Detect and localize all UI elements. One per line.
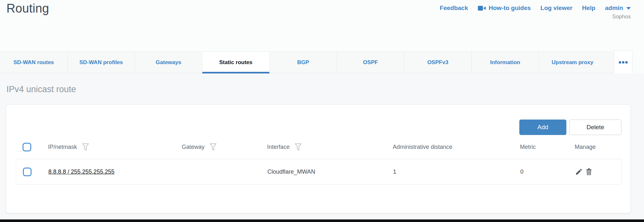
more-horizontal-icon xyxy=(625,61,628,63)
column-header-gateway: Gateway xyxy=(171,143,257,151)
edit-icon[interactable] xyxy=(575,168,583,176)
log-viewer-link[interactable]: Log viewer xyxy=(541,5,572,12)
administrative-distance-value: 1 xyxy=(393,169,396,175)
tab-label: BGP xyxy=(297,59,309,66)
column-label: Manage xyxy=(575,144,596,150)
tab-label: OSPFv3 xyxy=(427,59,448,66)
tab-label: Static routes xyxy=(219,59,253,66)
column-header-ip-netmask: IP/netmask xyxy=(38,143,171,151)
log-viewer-label: Log viewer xyxy=(541,5,572,12)
more-tabs-button[interactable] xyxy=(614,50,632,74)
tab-upstream-proxy[interactable]: Upstream proxy xyxy=(539,52,606,73)
header-nav: Feedback How-to guides Log viewer Help a… xyxy=(440,5,631,12)
row-select-cell xyxy=(16,168,38,176)
column-label: Metric xyxy=(520,144,536,150)
org-name: Sophos xyxy=(612,14,631,20)
ip-netmask-link[interactable]: 8.8.8.8 / 255.255.255.255 xyxy=(48,169,114,175)
tab-bar: SD-WAN routes SD-WAN profiles Gateways S… xyxy=(0,52,632,73)
select-all-checkbox[interactable] xyxy=(23,143,31,151)
tab-ospfv3[interactable]: OSPFv3 xyxy=(404,52,471,73)
help-label: Help xyxy=(582,5,595,12)
column-header-administrative-distance: Administrative distance xyxy=(382,144,510,150)
delete-icon[interactable] xyxy=(585,168,593,176)
row-ip-netmask-cell: 8.8.8.8 / 255.255.255.255 xyxy=(38,169,172,175)
column-label: IP/netmask xyxy=(48,144,77,150)
tab-gateways[interactable]: Gateways xyxy=(135,52,202,73)
filter-icon[interactable] xyxy=(82,143,89,151)
section-title: IPv4 unicast route xyxy=(6,84,76,94)
user-menu[interactable]: admin xyxy=(605,5,631,12)
routes-panel: Add Delete IP/netmask Gateway Interface … xyxy=(6,104,631,213)
tab-sd-wan-profiles[interactable]: SD-WAN profiles xyxy=(67,52,135,73)
panel-toolbar: Add Delete xyxy=(519,120,621,135)
user-menu-label: admin xyxy=(605,5,623,12)
row-manage-cell xyxy=(565,168,621,176)
feedback-link[interactable]: Feedback xyxy=(440,5,468,12)
how-to-guides-label: How-to guides xyxy=(489,5,531,12)
tab-label: Upstream proxy xyxy=(552,59,593,66)
manage-actions xyxy=(575,168,593,176)
tab-information[interactable]: Information xyxy=(471,52,539,73)
column-label: Gateway xyxy=(182,144,205,150)
row-metric-cell: 0 xyxy=(510,169,565,175)
table-row: 8.8.8.8 / 255.255.255.255 Cloudflare_MWA… xyxy=(16,159,621,185)
interface-value: Cloudflare_MWAN xyxy=(267,169,315,175)
column-label: Interface xyxy=(267,144,290,150)
column-label: Administrative distance xyxy=(393,144,452,150)
delete-button[interactable]: Delete xyxy=(569,120,621,135)
add-button[interactable]: Add xyxy=(519,120,566,135)
tab-label: SD-WAN routes xyxy=(14,59,54,66)
tab-static-routes[interactable]: Static routes xyxy=(202,52,269,73)
select-all-cell xyxy=(16,143,38,151)
video-camera-icon xyxy=(478,5,486,11)
tab-label: Gateways xyxy=(156,59,181,66)
more-horizontal-icon xyxy=(622,61,624,63)
column-header-metric: Metric xyxy=(510,144,564,150)
caret-down-icon xyxy=(626,7,631,10)
tab-label: Information xyxy=(490,59,520,66)
row-administrative-distance-cell: 1 xyxy=(383,169,510,175)
feedback-link-label: Feedback xyxy=(440,5,468,12)
filter-icon[interactable] xyxy=(295,143,302,151)
column-header-interface: Interface xyxy=(257,143,382,151)
how-to-guides-link[interactable]: How-to guides xyxy=(478,5,531,12)
tab-label: SD-WAN profiles xyxy=(79,59,123,66)
tab-sd-wan-routes[interactable]: SD-WAN routes xyxy=(0,52,67,73)
filter-icon[interactable] xyxy=(210,143,216,151)
page-title: Routing xyxy=(6,2,49,15)
row-interface-cell: Cloudflare_MWAN xyxy=(257,169,383,175)
table-header-row: IP/netmask Gateway Interface Administrat… xyxy=(16,139,621,155)
tab-bgp[interactable]: BGP xyxy=(269,52,337,73)
row-checkbox[interactable] xyxy=(23,168,32,176)
more-horizontal-icon xyxy=(619,61,621,63)
window-bottom-edge xyxy=(0,219,644,222)
column-header-manage: Manage xyxy=(564,144,621,150)
help-link[interactable]: Help xyxy=(582,5,595,12)
tab-label: OSPF xyxy=(363,59,378,66)
tab-ospf[interactable]: OSPF xyxy=(337,52,404,73)
metric-value: 0 xyxy=(520,169,524,175)
